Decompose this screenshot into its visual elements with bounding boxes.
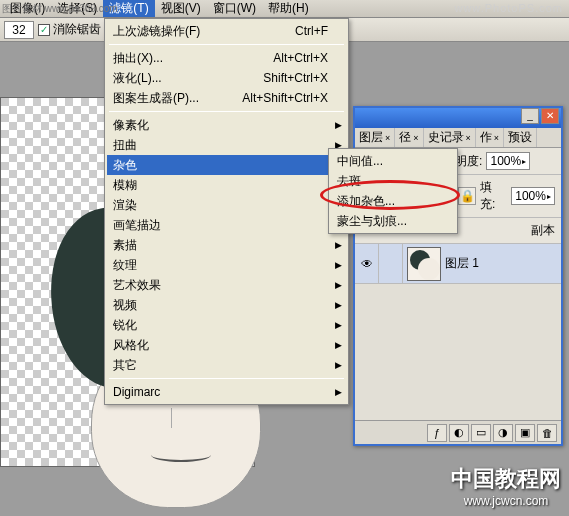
menu-view[interactable]: 视图(V) [155,0,207,17]
watermark-en: www.jcwcn.com [451,494,561,508]
menu-pixelate[interactable]: 像素化▶ [107,115,346,135]
adjustment-layer-button[interactable]: ◑ [493,424,513,442]
menu-brush-strokes[interactable]: 画笔描边▶ [107,215,346,235]
delete-layer-button[interactable]: 🗑 [537,424,557,442]
menu-artistic[interactable]: 艺术效果▶ [107,275,346,295]
layer-row[interactable]: 👁 图层 1 [355,244,561,284]
layer-name[interactable]: 图层 1 [445,255,479,272]
menu-digimarc[interactable]: Digimarc▶ [107,382,346,402]
menu-noise[interactable]: 杂色▶ [107,155,346,175]
menu-separator [109,111,344,112]
layer-style-button[interactable]: ƒ [427,424,447,442]
layer-thumbnail[interactable] [407,247,441,281]
watermark-cn: 中国教程网 [451,464,561,494]
menu-window[interactable]: 窗口(W) [207,0,262,17]
chevron-right-icon: ▶ [335,240,342,250]
menu-last-filter[interactable]: 上次滤镜操作(F) Ctrl+F [107,21,346,41]
tab-paths[interactable]: 径× [395,128,423,147]
menu-separator [109,378,344,379]
submenu-despeckle[interactable]: 去斑 [331,171,455,191]
chevron-right-icon: ▶ [335,340,342,350]
noise-submenu: 中间值... 去斑 添加杂色... 蒙尘与划痕... [328,148,458,234]
menu-other[interactable]: 其它▶ [107,355,346,375]
tab-layers[interactable]: 图层× [355,128,395,147]
antialias-label: 消除锯齿 [53,21,101,38]
header-watermark: 图片素材 www.ps369.com [2,2,118,16]
layer-list: 👁 图层 1 [355,244,561,424]
menu-separator [109,44,344,45]
menu-sharpen[interactable]: 锐化▶ [107,315,346,335]
fill-input[interactable]: 100%▸ [511,187,555,205]
watermark: 中国教程网 www.jcwcn.com [451,464,561,508]
tab-close-icon: × [413,133,418,143]
chevron-right-icon: ▸ [547,192,551,201]
submenu-dust-scratches[interactable]: 蒙尘与划痕... [331,211,455,231]
submenu-add-noise[interactable]: 添加杂色... [331,191,455,211]
chevron-right-icon: ▶ [335,280,342,290]
panel-titlebar[interactable]: _ ✕ [355,108,561,128]
menu-help[interactable]: 帮助(H) [262,0,315,17]
antialias-checkbox[interactable]: ✓ 消除锯齿 [38,21,101,38]
menu-sketch[interactable]: 素描▶ [107,235,346,255]
new-group-button[interactable]: ▭ [471,424,491,442]
menu-distort[interactable]: 扭曲▶ [107,135,346,155]
brush-size-input[interactable] [4,21,34,39]
menu-blur[interactable]: 模糊▶ [107,175,346,195]
minimize-button[interactable]: _ [521,108,539,124]
tab-close-icon: × [466,133,471,143]
filter-menu: 上次滤镜操作(F) Ctrl+F 抽出(X)...Alt+Ctrl+X 液化(L… [104,18,349,405]
eye-icon: 👁 [361,257,373,271]
close-button[interactable]: ✕ [541,108,559,124]
tab-actions[interactable]: 作× [476,128,504,147]
menu-pattern-maker[interactable]: 图案生成器(P)...Alt+Shift+Ctrl+X [107,88,346,108]
menu-stylize[interactable]: 风格化▶ [107,335,346,355]
chevron-right-icon: ▶ [335,120,342,130]
panel-footer: ƒ ◐ ▭ ◑ ▣ 🗑 [355,420,561,444]
check-icon: ✓ [38,24,50,36]
layer-mask-button[interactable]: ◐ [449,424,469,442]
copy-label: 副本 [531,222,555,239]
submenu-median[interactable]: 中间值... [331,151,455,171]
chevron-right-icon: ▶ [335,300,342,310]
menu-extract[interactable]: 抽出(X)...Alt+Ctrl+X [107,48,346,68]
menu-texture[interactable]: 纹理▶ [107,255,346,275]
new-layer-button[interactable]: ▣ [515,424,535,442]
chevron-right-icon: ▶ [335,360,342,370]
panel-tabs: 图层× 径× 史记录× 作× 预设 [355,128,561,148]
top-watermark: www.PhotoPS.com [454,2,563,14]
chevron-right-icon: ▶ [335,387,342,397]
chevron-right-icon: ▶ [335,260,342,270]
tab-close-icon: × [494,133,499,143]
visibility-toggle[interactable]: 👁 [355,244,379,284]
link-toggle[interactable] [379,244,403,284]
chevron-right-icon: ▶ [335,320,342,330]
menu-video[interactable]: 视频▶ [107,295,346,315]
fill-label: 填充: [480,179,507,213]
tab-close-icon: × [385,133,390,143]
menu-render[interactable]: 渲染▶ [107,195,346,215]
tab-presets[interactable]: 预设 [504,128,537,147]
menu-liquify[interactable]: 液化(L)...Shift+Ctrl+X [107,68,346,88]
tab-history[interactable]: 史记录× [424,128,476,147]
chevron-right-icon: ▸ [522,157,526,166]
lock-all-button[interactable]: 🔒 [458,187,476,205]
opacity-input[interactable]: 100%▸ [486,152,530,170]
